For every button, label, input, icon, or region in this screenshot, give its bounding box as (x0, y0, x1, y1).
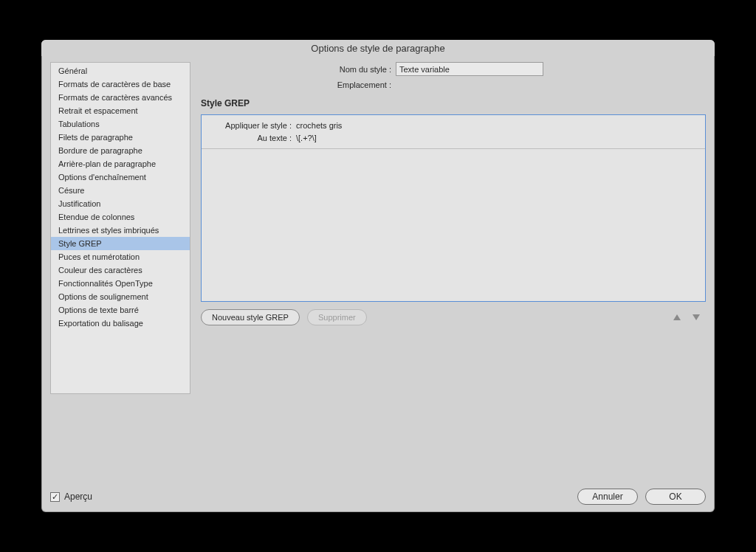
dialog-window: Options de style de paragraphe GénéralFo… (41, 40, 715, 512)
window-title-text: Options de style de paragraphe (311, 43, 444, 54)
sidebar-item[interactable]: Bordure de paragraphe (51, 144, 190, 157)
grep-apply-label: Appliquer le style : (212, 120, 292, 132)
sidebar-item[interactable]: Couleur des caractères (51, 263, 190, 277)
sidebar-item[interactable]: Etendue de colonnes (51, 210, 190, 224)
sidebar-item[interactable]: Général (51, 64, 190, 77)
sidebar-item[interactable]: Arrière-plan de paragraphe (51, 157, 190, 170)
sidebar-item[interactable]: Formats de caractères de base (51, 77, 190, 91)
upper-area: GénéralFormats de caractères de baseForm… (50, 62, 706, 481)
new-grep-style-button[interactable]: Nouveau style GREP (201, 309, 300, 325)
preview-checkbox[interactable]: ✓ (50, 492, 60, 502)
delete-grep-style-button: Supprimer (307, 309, 367, 325)
sidebar-item[interactable]: Fonctionnalités OpenType (51, 277, 190, 290)
cancel-button[interactable]: Annuler (577, 489, 638, 505)
sidebar-item[interactable]: Césure (51, 184, 190, 197)
dialog-footer: ✓ Aperçu Annuler OK (50, 481, 706, 505)
preview-checkbox-wrap[interactable]: ✓ Aperçu (50, 491, 92, 502)
dialog-content: GénéralFormats de caractères de baseForm… (41, 56, 715, 512)
grep-style-list[interactable]: Appliquer le style :crochets grisAu text… (201, 114, 706, 302)
preview-label: Aperçu (64, 491, 92, 502)
sidebar-item[interactable]: Lettrines et styles imbriqués (51, 224, 190, 237)
sidebar-item[interactable]: Options d'enchaînement (51, 170, 190, 184)
grep-button-row: Nouveau style GREP Supprimer (201, 309, 706, 325)
reorder-arrows (673, 314, 706, 320)
footer-buttons: Annuler OK (577, 489, 706, 505)
style-name-label: Nom du style : (201, 65, 391, 74)
location-label: Emplacement : (201, 80, 391, 89)
grep-apply-row: Appliquer le style :crochets gris (212, 120, 698, 132)
sidebar-item[interactable]: Options de soulignement (51, 290, 190, 303)
move-down-icon[interactable] (693, 314, 700, 320)
sidebar-item[interactable]: Filets de paragraphe (51, 131, 190, 144)
sidebar-item[interactable]: Exportation du balisage (51, 317, 190, 330)
ok-button[interactable]: OK (645, 489, 706, 505)
grep-text-row: Au texte :\[.+?\] (212, 132, 698, 145)
sidebar-item[interactable]: Formats de caractères avancés (51, 91, 190, 104)
sidebar-item[interactable]: Justification (51, 197, 190, 210)
panel-title: Style GREP (201, 98, 706, 108)
main-panel: Nom du style : Emplacement : Style GREP … (201, 62, 706, 481)
header-fields: Nom du style : Emplacement : (201, 62, 706, 89)
grep-entry[interactable]: Appliquer le style :crochets grisAu text… (202, 115, 705, 149)
style-name-row: Nom du style : (201, 62, 706, 76)
move-up-icon[interactable] (673, 314, 681, 320)
grep-text-label: Au texte : (212, 132, 292, 145)
sidebar-item[interactable]: Puces et numérotation (51, 250, 190, 263)
grep-text-value[interactable]: \[.+?\] (296, 132, 317, 145)
window-title: Options de style de paragraphe (41, 40, 715, 56)
category-sidebar[interactable]: GénéralFormats de caractères de baseForm… (50, 62, 190, 394)
sidebar-item[interactable]: Style GREP (51, 237, 190, 250)
grep-apply-value[interactable]: crochets gris (296, 120, 342, 132)
style-name-input[interactable] (396, 62, 543, 76)
sidebar-item[interactable]: Retrait et espacement (51, 104, 190, 117)
sidebar-item[interactable]: Options de texte barré (51, 303, 190, 317)
location-row: Emplacement : (201, 80, 706, 89)
sidebar-item[interactable]: Tabulations (51, 117, 190, 131)
